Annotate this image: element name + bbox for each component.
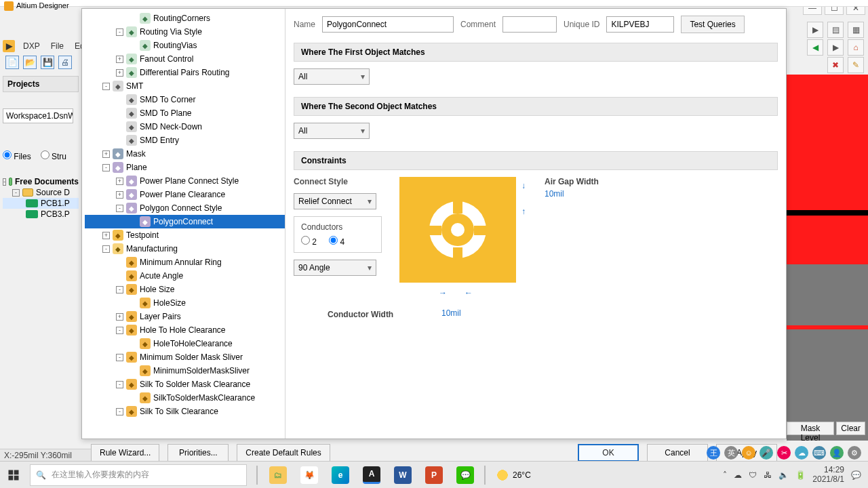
rule-wizard-button[interactable]: Rule Wizard... (91, 444, 159, 462)
tray-chevron-icon[interactable]: ˄ (723, 470, 727, 480)
forward-icon[interactable]: ▶ (827, 39, 844, 56)
uid-input[interactable] (606, 16, 674, 33)
projects-tree[interactable]: -Free Documents -Source D PCB1.P PCB3.P (3, 176, 79, 220)
pcb-canvas[interactable]: Mask Level Clear (787, 75, 868, 441)
expand-icon[interactable]: + (116, 178, 123, 185)
tray-battery-icon[interactable]: 🔋 (795, 470, 806, 480)
tree-item[interactable]: +◆Mask (85, 147, 285, 161)
conductors-4-radio[interactable]: 4 (329, 236, 344, 247)
app-altium[interactable]: A (357, 462, 387, 489)
tray-notification-icon[interactable]: 💬 (851, 470, 861, 480)
tray-defender-icon[interactable]: 🛡 (749, 470, 757, 480)
grid-tool-icon[interactable]: ▦ (848, 22, 864, 38)
tree-item[interactable]: ◆Acute Angle (85, 269, 285, 283)
priorities-button[interactable]: Priorities... (167, 444, 229, 462)
tree-item[interactable]: -◆Silk To Silk Clearance (85, 405, 285, 418)
app-edge[interactable]: e (326, 462, 355, 489)
collapse-icon[interactable]: - (102, 164, 110, 171)
collapse-icon[interactable]: - (116, 286, 123, 293)
ime-mic-icon[interactable]: 🎤 (760, 446, 773, 460)
ime-gear-icon[interactable]: ⚙ (848, 446, 861, 460)
open-file-icon[interactable]: 📂 (23, 56, 37, 69)
tree-item[interactable]: +◆Layer Pairs (85, 310, 285, 323)
ime-lang-icon[interactable]: 英 (724, 446, 738, 460)
tree-item[interactable]: +◆Fanout Control (85, 52, 285, 66)
save-icon[interactable]: 💾 (41, 56, 54, 69)
tree-item[interactable]: ◆Minimum Annular Ring (85, 256, 285, 269)
conductors-2-radio[interactable]: 2 (301, 236, 317, 247)
expand-icon[interactable]: + (116, 191, 123, 199)
workspace-combo[interactable]: Workspace1.DsnWrk (3, 108, 73, 123)
ime-profile-icon[interactable]: 王 (707, 446, 720, 460)
ok-button[interactable]: OK (578, 444, 639, 462)
tree-item[interactable]: -◆Plane (85, 161, 285, 174)
tree-item[interactable]: -◆Manufacturing (85, 242, 285, 256)
app-word[interactable]: W (388, 462, 418, 489)
expand-icon[interactable]: + (116, 69, 123, 77)
collapse-icon[interactable]: - (116, 408, 123, 415)
tree-item[interactable]: +◆Differential Pairs Routing (85, 66, 285, 79)
tree-item[interactable]: +◆Testpoint (85, 228, 285, 242)
tray-network-icon[interactable]: 🖧 (764, 470, 772, 480)
collapse-icon[interactable]: - (116, 327, 123, 334)
select-tool-icon[interactable]: ▶ (807, 22, 823, 38)
tree-item[interactable]: ◆PolygonConnect (85, 215, 285, 228)
comment-input[interactable] (502, 16, 557, 33)
tree-item[interactable]: ◆HoleSize (85, 296, 285, 310)
expand-icon[interactable]: + (116, 56, 123, 63)
print-icon[interactable]: 🖨 (58, 56, 72, 69)
collapse-icon[interactable]: - (102, 245, 110, 253)
tree-item[interactable]: -◆Polygon Connect Style (85, 201, 285, 215)
name-input[interactable] (322, 16, 454, 33)
start-button[interactable] (0, 462, 27, 489)
test-queries-button[interactable]: Test Queries (681, 16, 744, 33)
app-explorer[interactable]: 🗂 (263, 462, 293, 489)
app-powerpoint[interactable]: P (419, 462, 449, 489)
layers-tool-icon[interactable]: ▤ (827, 22, 844, 38)
tree-item[interactable]: ◆MinimumSolderMaskSliver (85, 364, 285, 378)
taskbar-weather[interactable]: 26°C (496, 469, 531, 481)
tree-item[interactable]: +◆Power Plane Clearance (85, 188, 285, 201)
tree-item[interactable]: ◆SMD Entry (85, 134, 285, 147)
collapse-icon[interactable]: - (116, 354, 123, 361)
ime-emoji-icon[interactable]: ☺ (742, 446, 755, 460)
tree-item[interactable]: ◆HoleToHoleClearance (85, 337, 285, 350)
tree-item[interactable]: -◆Hole Size (85, 283, 285, 296)
collapse-icon[interactable]: - (116, 205, 123, 212)
tree-item[interactable]: +◆Power Plane Connect Style (85, 174, 285, 188)
tree-item[interactable]: -◆Hole To Hole Clearance (85, 323, 285, 337)
tree-item[interactable]: -◆Silk To Solder Mask Clearance (85, 378, 285, 391)
tree-item[interactable]: ◆SilkToSolderMaskClearance (85, 391, 285, 405)
angle-combo[interactable]: 90 Angle▾ (294, 260, 376, 276)
tree-item[interactable]: ◆RoutingCorners (85, 12, 285, 25)
tray-volume-icon[interactable]: 🔈 (778, 470, 789, 480)
taskbar-search[interactable]: 🔍 在这里输入你要搜索的内容 (30, 464, 247, 486)
ime-cloud-icon[interactable]: ☁ (795, 446, 808, 460)
tree-item[interactable]: -◆Routing Via Style (85, 25, 285, 39)
tree-item[interactable]: ◆RoutingVias (85, 39, 285, 52)
second-match-combo[interactable]: All▾ (294, 123, 370, 139)
menu-dxp[interactable]: DXP (20, 40, 43, 52)
tree-item[interactable]: -◆SMT (85, 79, 285, 93)
first-match-combo[interactable]: All▾ (294, 68, 370, 85)
menu-file[interactable]: File (48, 40, 66, 52)
system-tray[interactable]: ˄ ☁ 🛡 🖧 🔈 🔋 14:29 2021/8/1 💬 (723, 466, 868, 483)
new-file-icon[interactable]: 📄 (5, 56, 19, 69)
ime-scissors-icon[interactable]: ✂ (777, 446, 791, 460)
ime-keyboard-icon[interactable]: ⌨ (812, 446, 826, 460)
app-firefox[interactable]: 🦊 (294, 462, 324, 489)
tree-item[interactable]: ◆SMD To Corner (85, 93, 285, 106)
measure-tool-icon[interactable]: ✎ (848, 57, 864, 73)
clear-button[interactable]: Clear (836, 422, 865, 435)
radio-files[interactable]: Files (3, 150, 31, 161)
ime-user-icon[interactable]: 👤 (830, 446, 844, 460)
tree-item[interactable]: ◆SMD To Plane (85, 106, 285, 120)
rules-tree[interactable]: ◆RoutingCorners-◆Routing Via Style◆Routi… (82, 9, 285, 439)
radio-structure[interactable]: Stru (41, 150, 66, 161)
tree-item[interactable]: ◆SMD Neck-Down (85, 120, 285, 134)
expand-icon[interactable]: + (116, 313, 123, 321)
cancel-button[interactable]: Cancel (647, 444, 708, 462)
expand-icon[interactable]: + (102, 150, 110, 158)
tray-onedrive-icon[interactable]: ☁ (734, 470, 742, 480)
cancel-tool-icon[interactable]: ✖ (827, 57, 844, 73)
